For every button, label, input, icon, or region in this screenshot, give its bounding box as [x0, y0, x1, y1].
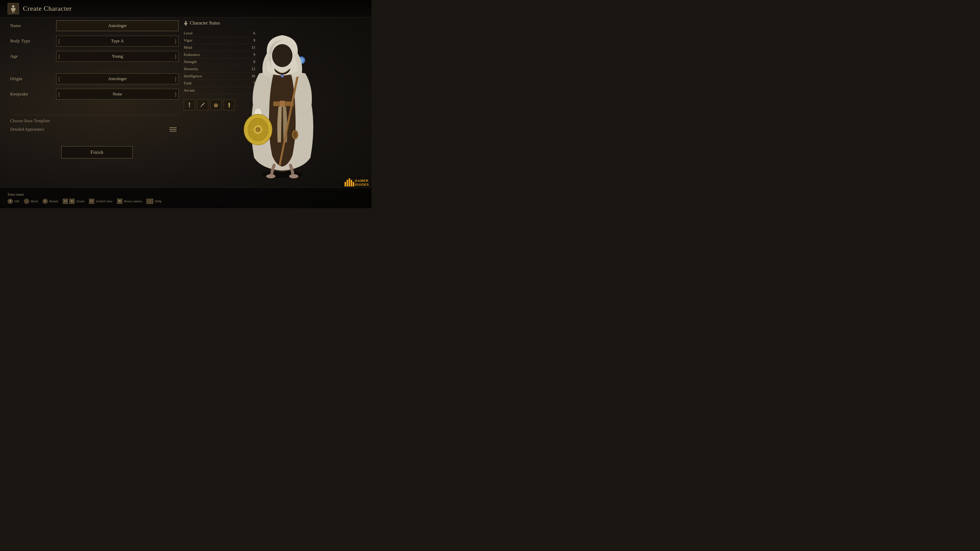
left-panel: Name Astrologer Body Type Type A Age You…: [10, 21, 179, 134]
svg-rect-11: [177, 130, 179, 132]
svg-rect-5: [14, 11, 14, 13]
svg-point-46: [272, 44, 293, 67]
origin-input[interactable]: Astrologer: [56, 73, 179, 84]
header: Create Character: [0, 0, 372, 17]
svg-point-12: [185, 21, 186, 22]
age-input[interactable]: Young: [56, 51, 179, 62]
svg-rect-13: [185, 23, 187, 25]
origin-label: Origin: [10, 76, 56, 81]
svg-rect-10: [177, 129, 179, 130]
svg-point-43: [289, 174, 298, 178]
svg-rect-52: [351, 180, 352, 186]
gamer-guides-logo: GAMERGUIDES: [344, 177, 369, 186]
reset-camera-control: R3 :Reset camera: [117, 199, 142, 204]
keepsake-row: Keepsake None: [10, 89, 179, 100]
svg-rect-3: [14, 8, 16, 11]
svg-rect-16: [185, 25, 186, 26]
svg-rect-1: [12, 8, 14, 11]
enter-name-hint: Enter name: [8, 192, 364, 197]
age-row: Age Young: [10, 51, 179, 62]
svg-rect-15: [187, 23, 187, 24]
back-button: ○: [24, 199, 29, 204]
svg-point-0: [12, 5, 14, 8]
keepsake-label: Keepsake: [10, 92, 56, 97]
separator-1: [10, 115, 179, 115]
svg-rect-2: [11, 8, 12, 11]
detailed-appearance-label[interactable]: Detailed Appearance: [10, 127, 45, 132]
back-control: ○ :Back: [24, 199, 38, 204]
stat-label: Mind: [184, 45, 192, 50]
controls-bar: ✕ :OK ○ :Back R :Rotate L2 R2 :Zoom L3 :…: [8, 199, 364, 204]
name-input[interactable]: Astrologer: [56, 21, 179, 31]
l3-button: L3: [89, 199, 94, 204]
svg-rect-53: [353, 182, 354, 186]
switch-view-control: L3 :Switch view: [89, 199, 113, 204]
ok-control: ✕ :OK: [8, 199, 19, 204]
character-model-area: [193, 21, 372, 188]
svg-point-35: [293, 132, 297, 138]
finish-button[interactable]: Finish: [61, 146, 133, 159]
character-svg: [234, 27, 331, 181]
svg-rect-49: [345, 182, 346, 186]
svg-rect-9: [177, 127, 179, 129]
rotate-control: R :Rotate: [43, 199, 59, 204]
origin-row: Origin Astrologer: [10, 73, 179, 84]
detailed-appearance-row: Detailed Appearance: [10, 127, 179, 132]
l2-button: L2: [63, 199, 68, 204]
body-type-input[interactable]: Type A: [56, 36, 179, 46]
svg-rect-17: [186, 25, 186, 26]
svg-point-48: [282, 75, 283, 77]
gamer-guides-text: GAMERGUIDES: [355, 179, 369, 186]
watermark: GAMERGUIDES: [344, 177, 369, 186]
r2-button: R2: [69, 199, 75, 204]
name-row: Name Astrologer: [10, 21, 179, 31]
svg-rect-51: [348, 178, 350, 186]
svg-rect-4: [12, 11, 13, 13]
zoom-control: L2 R2 :Zoom: [63, 199, 84, 204]
stat-label: Faith: [184, 81, 192, 86]
svg-rect-14: [184, 23, 185, 24]
character-status-icon: [184, 21, 188, 26]
rotate-button: R: [43, 199, 48, 204]
age-label: Age: [10, 54, 56, 59]
keepsake-input[interactable]: None: [56, 89, 179, 100]
bottom-bar: Enter name ✕ :OK ○ :Back R :Rotate L2 R2…: [0, 188, 372, 208]
name-label: Name: [10, 23, 56, 28]
stat-label: Level: [184, 31, 192, 35]
r3-button: R3: [117, 199, 122, 204]
ok-button: ✕: [8, 199, 13, 204]
header-icon: [8, 3, 19, 14]
character-figure: [234, 27, 331, 181]
choose-base-template[interactable]: Choose Base Template: [10, 119, 179, 123]
detail-appearance-icon: [169, 127, 179, 132]
help-button: □: [146, 199, 153, 204]
help-control: □ :Help: [146, 199, 162, 204]
page-title: Create Character: [23, 5, 72, 13]
stat-label: Vigor: [184, 38, 192, 43]
svg-rect-50: [347, 180, 348, 186]
svg-rect-28: [280, 101, 285, 107]
body-type-row: Body Type Type A: [10, 36, 179, 46]
body-type-label: Body Type: [10, 38, 56, 44]
svg-point-42: [266, 174, 275, 178]
